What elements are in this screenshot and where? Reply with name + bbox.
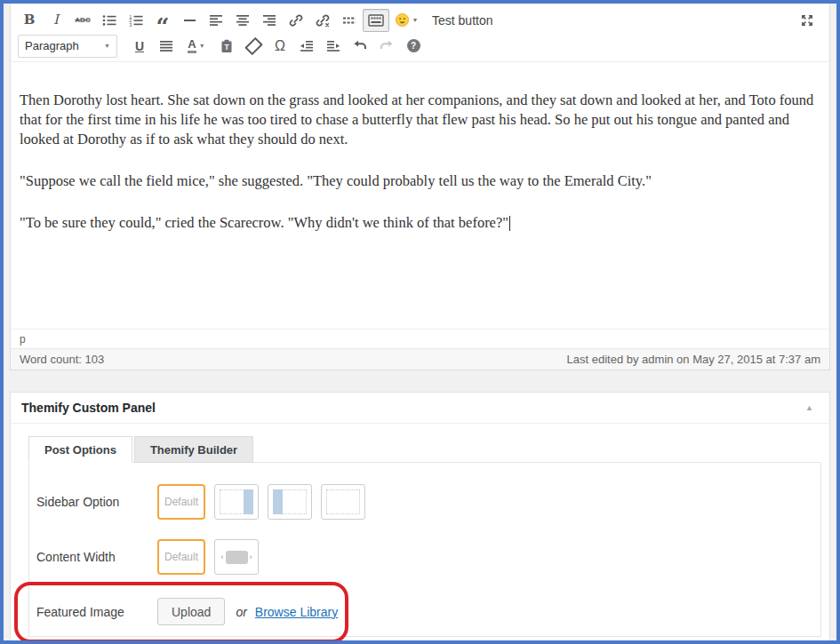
align-right-icon [262, 14, 276, 27]
paragraph: "To be sure they could," cried the Scare… [20, 213, 817, 233]
undo-icon [353, 39, 367, 53]
upload-button[interactable]: Upload [157, 598, 225, 625]
panel-header: Themify Custom Panel ▲ [11, 393, 829, 424]
content-area-icon [326, 489, 360, 514]
blockquote-icon: “ [156, 15, 170, 26]
content-width-default-button[interactable]: Default [157, 539, 205, 575]
keyboard-icon [368, 14, 384, 27]
horizontal-rule-icon [184, 20, 196, 21]
insert-link-button[interactable] [283, 9, 309, 32]
horizontal-rule-button[interactable] [176, 9, 203, 32]
editor-content-area[interactable]: Then Dorothy lost heart. She sat down on… [11, 62, 829, 329]
fullscreen-icon [800, 13, 814, 28]
test-button-label: Test button [432, 13, 493, 28]
underline-icon: U [135, 40, 144, 52]
numbered-list-icon: 123 [129, 14, 143, 27]
align-justify-button[interactable] [153, 35, 180, 58]
arrow-left-icon: ‹ [221, 553, 224, 561]
underline-button[interactable]: U [126, 35, 153, 58]
format-select[interactable]: Paragraph ▼ [18, 35, 117, 58]
indent-icon [326, 40, 340, 52]
featured-image-label: Featured Image [36, 605, 157, 619]
align-justify-icon [159, 40, 173, 52]
sidebar-left-thumbnail[interactable] [268, 484, 312, 520]
editor-toolbar: B I ABC 123 “ [11, 4, 829, 62]
content-width-bar-icon [226, 551, 248, 564]
arrow-right-icon: › [250, 553, 252, 561]
indent-button[interactable] [320, 35, 347, 58]
or-label: or [236, 605, 246, 619]
browse-library-link[interactable]: Browse Library [255, 605, 338, 619]
align-center-button[interactable] [229, 9, 256, 32]
last-edited: Last edited by admin on May 27, 2015 at … [567, 353, 820, 366]
sidebar-bar-icon [273, 489, 283, 514]
numbered-list-button[interactable]: 123 [123, 9, 149, 32]
help-button[interactable]: ? [400, 35, 427, 58]
toolbar-toggle-button[interactable] [363, 9, 389, 32]
fullscreen-button[interactable] [794, 9, 820, 32]
outdent-button[interactable] [293, 35, 320, 58]
sidebar-option-row: Sidebar Option Default [36, 484, 820, 520]
help-icon: ? [407, 39, 420, 52]
remove-link-button[interactable] [309, 9, 336, 32]
text-color-button[interactable]: A ▼ [180, 35, 213, 58]
paste-as-text-button[interactable]: T [213, 35, 240, 58]
sidebar-right-thumbnail[interactable] [214, 484, 259, 520]
format-select-value: Paragraph [25, 39, 79, 52]
tab-post-options[interactable]: Post Options [28, 436, 132, 463]
word-count: Word count: 103 [20, 353, 104, 366]
element-path-item[interactable]: p [20, 333, 26, 346]
svg-text:T: T [224, 43, 229, 52]
strikethrough-icon: ABC [75, 17, 90, 24]
post-options-content: Sidebar Option Default Content Width Def… [28, 462, 821, 637]
paragraph: "Suppose we call the field mice," she su… [20, 171, 817, 191]
strikethrough-button[interactable]: ABC [69, 9, 96, 32]
editor-status-bar: Word count: 103 Last edited by admin on … [11, 348, 829, 370]
align-left-icon [209, 14, 223, 27]
panel-tabs: Post Options Themify Builder [28, 436, 821, 463]
content-width-label: Content Width [36, 550, 157, 564]
smiley-icon [395, 12, 410, 28]
panel-title: Themify Custom Panel [21, 401, 156, 415]
bold-button[interactable]: B [16, 9, 43, 32]
bold-icon: B [24, 13, 36, 27]
omega-icon: Ω [275, 39, 285, 53]
toolbar-row-2: Paragraph ▼ U A ▼ T Ω [16, 33, 824, 59]
sidebar-default-button[interactable]: Default [157, 484, 205, 520]
read-more-icon [342, 15, 356, 26]
chevron-down-icon: ▼ [104, 43, 110, 49]
emoticons-button[interactable]: ▼ [389, 9, 423, 32]
panel-collapse-button[interactable]: ▲ [800, 402, 819, 413]
align-left-button[interactable] [203, 9, 229, 32]
chevron-down-icon: ▼ [199, 43, 205, 49]
content-width-row: Content Width Default ‹ › [36, 539, 820, 575]
toolbar-row-1: B I ABC 123 “ [16, 7, 824, 33]
italic-icon: I [53, 13, 59, 27]
sidebar-bar-icon [244, 489, 253, 514]
text-cursor [509, 216, 510, 231]
italic-button[interactable]: I [43, 9, 69, 32]
read-more-button[interactable] [336, 9, 363, 32]
sidebar-option-label: Sidebar Option [36, 495, 157, 509]
eraser-icon [244, 36, 263, 55]
tab-themify-builder[interactable]: Themify Builder [134, 436, 253, 463]
blockquote-button[interactable]: “ [149, 9, 176, 32]
text-color-icon: A [188, 38, 196, 53]
default-width-thumbnail[interactable]: ‹ › [214, 539, 259, 575]
align-right-button[interactable] [256, 9, 283, 32]
special-character-button[interactable]: Ω [267, 35, 293, 58]
undo-button[interactable] [347, 35, 373, 58]
paragraph: Then Dorothy lost heart. She sat down on… [20, 91, 817, 149]
bulleted-list-button[interactable] [96, 9, 123, 32]
clear-formatting-button[interactable] [240, 35, 267, 58]
no-sidebar-thumbnail[interactable] [321, 484, 365, 520]
wp-visual-editor: B I ABC 123 “ [10, 4, 830, 370]
element-path-bar: p [11, 329, 829, 348]
outdent-icon [300, 40, 314, 52]
chevron-down-icon: ▼ [412, 17, 419, 23]
featured-image-row: Featured Image Upload or Browse Library [36, 598, 820, 625]
collapse-arrow-icon: ▲ [805, 403, 813, 412]
redo-button[interactable] [373, 35, 400, 58]
unlink-icon [316, 13, 330, 28]
align-center-icon [236, 14, 250, 27]
